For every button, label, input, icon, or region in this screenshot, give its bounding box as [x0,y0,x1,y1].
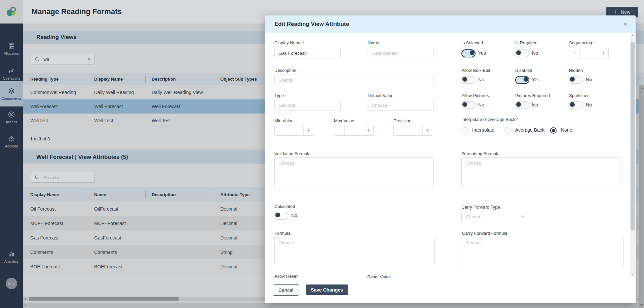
pictures-required-state: No [532,102,538,107]
section-divider [274,144,618,144]
sequencing-stepper: − + [569,48,609,58]
calculated-toggle[interactable] [274,212,289,220]
carry-forward-type-select[interactable]: Choose [461,211,529,222]
decrement-icon[interactable]: − [334,125,344,135]
decrement-icon[interactable]: − [275,125,285,135]
sequencing-field[interactable] [579,48,598,58]
close-icon[interactable]: ✕ [623,21,628,27]
precision-field[interactable] [404,125,423,135]
max-value-stepper: − + [334,125,374,136]
description-field[interactable] [274,75,434,85]
modal-footer: Cancel Save Changes [265,278,636,303]
allow-bulk-edit-label: Allow Bulk Edit [461,68,490,73]
allow-pictures-toggle[interactable] [461,101,476,109]
modal-header: Edit Reading View Attribute [265,15,636,33]
min-value-stepper: − + [274,125,314,136]
is-required-state: No [532,50,538,56]
is-selected-toggle[interactable] [461,49,476,57]
carry-forward-formula-label: Carry Forward Formula [462,231,507,236]
allow-pictures-label: Allow Pictures [461,93,489,98]
radio-average-back-label: Average Back [515,127,544,133]
is-required-toggle[interactable] [515,49,529,57]
sequencing-label: Sequencing * [569,40,595,45]
decrement-icon[interactable]: − [394,125,404,135]
cancel-button[interactable]: Cancel [273,284,299,296]
increment-icon[interactable]: + [598,48,608,58]
hidden-label: Hidden [569,68,583,73]
type-field [274,100,341,111]
sparklines-label: Sparklines [569,93,590,98]
radio-none[interactable] [550,127,557,134]
is-selected-state: Yes [478,50,486,56]
min-value-field[interactable] [285,125,304,135]
radio-none-label: None [561,127,572,133]
pictures-required-label: Pictures Required [515,93,550,98]
disabled-label: Disabled [515,68,532,73]
modal-vertical-scrollbar[interactable] [630,33,635,277]
is-required-label: Is Required [515,40,537,45]
pictures-required-toggle[interactable] [515,101,529,109]
interpolate-group-label: Interpolate or Average Back? [461,117,518,122]
default-value-field[interactable] [368,100,434,111]
increment-icon[interactable]: + [363,125,373,135]
increment-icon[interactable]: + [423,125,433,135]
formatting-formula-field[interactable] [461,157,620,187]
carry-forward-formula-field[interactable] [462,237,624,267]
required-asterisk: * [593,40,595,45]
calculated-state: No [291,213,297,218]
display-name-field[interactable] [274,48,341,58]
name-field [368,48,434,58]
precision-label: Precision [393,118,411,123]
modal-title: Edit Reading View Attribute [274,21,349,28]
edit-attribute-modal: Edit Reading View Attribute ✕ Display Na… [265,15,636,303]
default-value-label: Default Value [368,93,393,98]
hidden-toggle[interactable] [569,76,583,84]
disabled-toggle[interactable] [515,76,529,84]
required-asterisk: * [303,40,305,45]
scroll-up-arrow[interactable] [631,35,634,36]
max-value-field[interactable] [344,125,363,135]
formula-label: Formula [274,231,291,236]
formula-field[interactable] [274,237,435,265]
validation-formula-field[interactable] [274,157,434,187]
radio-average-back[interactable] [504,127,511,134]
allow-bulk-edit-state: No [478,77,484,82]
scroll-down-arrow[interactable] [631,274,634,275]
is-selected-label: Is Selected [461,40,483,45]
scrollbar-thumb[interactable] [631,42,635,230]
hidden-state: No [586,77,592,82]
calculated-label: Calculated [274,204,295,209]
display-name-label: Display Name * [274,40,305,45]
allow-bulk-edit-toggle[interactable] [461,76,476,84]
app-window: Manage Reading Formats + New Allocation … [0,0,644,308]
decrement-icon[interactable]: − [569,48,579,58]
sparklines-toggle[interactable] [569,101,583,109]
max-value-label: Max Value [334,118,354,123]
chevron-down-icon [521,215,525,218]
description-label: Description [274,68,296,73]
increment-icon[interactable]: + [304,125,314,135]
formatting-formula-label: Formatting Formula [461,151,499,156]
carry-forward-type-label: Carry Forward Type [461,205,500,210]
disabled-state: Yes [532,77,540,82]
min-value-label: Min Value [274,118,294,123]
radio-interpolate-label: Interpolate [472,127,494,133]
allow-pictures-state: No [478,102,484,107]
name-label: Name [368,40,379,45]
precision-stepper: − + [393,125,433,136]
validation-formula-label: Validation Formula [274,151,310,156]
type-label: Type [274,93,284,98]
radio-interpolate[interactable] [461,127,468,134]
select-value: Choose [466,214,482,219]
sparklines-state: No [586,102,592,107]
save-changes-button[interactable]: Save Changes [306,284,348,295]
